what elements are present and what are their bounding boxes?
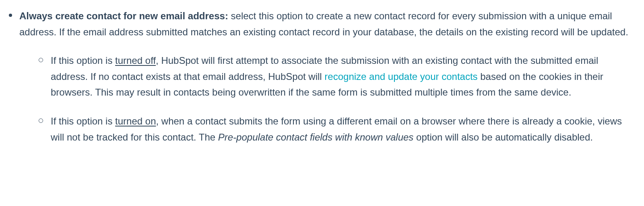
recognize-contacts-link[interactable]: recognize and update your contacts	[324, 71, 477, 82]
option-title: Always create contact for new email addr…	[19, 10, 228, 21]
option-name-italic: Pre-populate contact fields with known v…	[218, 132, 414, 143]
bullet-list: Always create contact for new email addr…	[8, 8, 630, 145]
list-item: If this option is turned off, HubSpot wi…	[39, 53, 630, 100]
text-segment: If this option is	[51, 116, 115, 126]
text-segment: If this option is	[51, 55, 115, 66]
list-item: Always create contact for new email addr…	[8, 8, 630, 145]
text-segment: option will also be automatically disabl…	[413, 132, 593, 143]
state-turned-on: turned on	[115, 116, 156, 126]
list-item: If this option is turned on, when a cont…	[39, 113, 630, 145]
state-turned-off: turned off	[115, 55, 156, 66]
sub-bullet-list: If this option is turned off, HubSpot wi…	[19, 53, 630, 145]
